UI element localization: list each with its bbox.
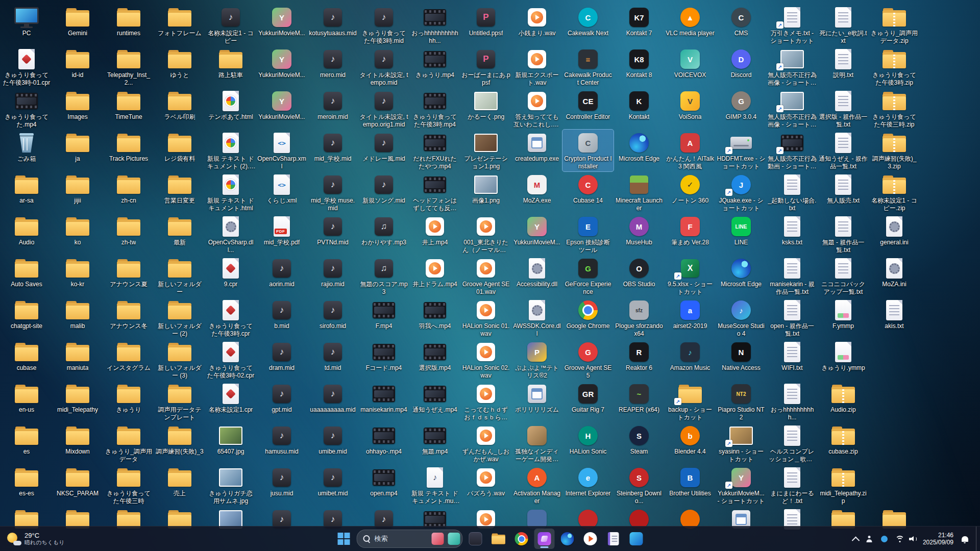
desktop-icon[interactable]: HALion Sonic 02.wav: [460, 339, 511, 381]
desktop-icon[interactable]: 答え知ってても互いわこれし.wav: [511, 88, 562, 130]
desktop-icon[interactable]: きゅうり食ってた午後3時-02.cpr: [205, 339, 256, 381]
desktop-icon[interactable]: YYukkuriMovieM...: [511, 213, 562, 255]
desktop-icon[interactable]: CEController Editor: [562, 88, 614, 130]
desktop-icon[interactable]: GGIMP 3.0.4: [716, 88, 767, 130]
desktop-icon[interactable]: cubase.zip: [818, 422, 869, 464]
desktop-icon[interactable]: chatgpt-site: [1, 297, 52, 339]
desktop-icon[interactable]: まにまにわーるど！.txt: [767, 464, 818, 506]
desktop-icon[interactable]: midi_Telepathy: [52, 381, 103, 422]
desktop-icon[interactable]: PUntitled.ppsf: [460, 4, 511, 46]
desktop-icon[interactable]: ↗backup - ショートカット: [665, 381, 716, 422]
desktop-icon[interactable]: 説明.txt: [818, 46, 869, 88]
desktop-icon[interactable]: 選択版 - 親作品一覧.txt: [818, 88, 869, 130]
desktop-icon[interactable]: WIFI.txt: [767, 339, 818, 381]
desktop-icon[interactable]: en-us: [1, 381, 52, 422]
desktop-icon[interactable]: Google Chrome: [562, 297, 614, 339]
taskbar-icon-file-explorer[interactable]: [488, 529, 509, 549]
desktop-icon[interactable]: Microsoft Edge: [716, 255, 767, 297]
desktop-icon[interactable]: 新しいフォルダー (2): [154, 297, 205, 339]
desktop-icon[interactable]: Fコード.mp4: [358, 339, 409, 381]
desktop-icon[interactable]: ♪Amazon Music: [665, 339, 716, 381]
taskbar-icon-notes[interactable]: [603, 529, 624, 549]
desktop-icon[interactable]: <>くらじ.xml: [256, 171, 307, 213]
start-button[interactable]: [334, 529, 354, 549]
desktop-icon[interactable]: ずんだもん_しおかぜ.wav: [460, 422, 511, 464]
show-desktop-button[interactable]: [976, 527, 979, 551]
desktop-icon[interactable]: aairset2-2019: [665, 297, 716, 339]
desktop-icon[interactable]: ↗syasinn - ショートカット: [716, 422, 767, 464]
desktop-icon[interactable]: AActivation Manager: [511, 464, 562, 506]
desktop-icon[interactable]: NKSC_PARAM: [52, 464, 103, 506]
desktop-icon[interactable]: ♪td.mid: [307, 339, 358, 381]
desktop-icon[interactable]: bBlender 4.4: [665, 422, 716, 464]
desktop-icon[interactable]: 通知うぜえ.mp4: [409, 381, 460, 422]
desktop-icon[interactable]: ✓ノートン 360: [665, 171, 716, 213]
desktop-icon[interactable]: J↗JQuake.exe - ショートカット: [716, 171, 767, 213]
desktop-icon[interactable]: GRGuitar Rig 7: [562, 381, 614, 422]
desktop-icon[interactable]: malib: [52, 297, 103, 339]
desktop-icon[interactable]: ♪タイトル未設定, tempo.orig1.mid: [358, 88, 409, 130]
desktop-icon[interactable]: ♪mero.mid: [307, 46, 358, 88]
desktop-icon[interactable]: zh-tw: [103, 213, 154, 255]
desktop-icon[interactable]: CCakewalk Next: [562, 4, 614, 46]
taskbar-icon-media-player[interactable]: [580, 529, 601, 549]
desktop-icon[interactable]: 通知うぜえ - 親作品一覧.txt: [818, 130, 869, 171]
desktop-icon[interactable]: Mixdown: [52, 422, 103, 464]
desktop-icon[interactable]: アナウンス冬: [103, 297, 154, 339]
desktop-icon[interactable]: ♪meroin.mid: [307, 88, 358, 130]
desktop-icon[interactable]: ja: [52, 130, 103, 171]
desktop-icon[interactable]: DDiscord: [716, 46, 767, 88]
desktop-icon[interactable]: ♪uaaaaaaaaa.mid: [307, 381, 358, 422]
desktop-icon[interactable]: 死にたい_e歌詞.txt: [818, 4, 869, 46]
desktop-icon[interactable]: AWSSDK.Core.dll: [511, 297, 562, 339]
desktop-icon[interactable]: Telepathy_Inst_2...: [103, 46, 154, 88]
desktop-icon[interactable]: 新規エクスポート.wav: [511, 46, 562, 88]
desktop-icon[interactable]: general.ini: [869, 213, 920, 255]
desktop-icon[interactable]: TimeTune: [103, 88, 154, 130]
desktop-icon[interactable]: Audio.zip: [818, 381, 869, 422]
desktop-icon[interactable]: ♪jusu.mid: [256, 464, 307, 506]
desktop-icon[interactable]: SSteam: [614, 422, 665, 464]
desktop-icon[interactable]: 井上.mp4: [409, 213, 460, 255]
desktop-icon[interactable]: 9.cpr: [205, 255, 256, 297]
desktop-icon[interactable]: きゅうり.ymmp: [818, 339, 869, 381]
desktop-icon[interactable]: K7Kontakt 7: [614, 4, 665, 46]
desktop-icon[interactable]: jijii: [52, 171, 103, 213]
tray-chevron-up-icon[interactable]: [852, 536, 860, 544]
desktop-icon[interactable]: Accessibility.dll: [511, 255, 562, 297]
desktop-icon[interactable]: ♪gpt.mid: [256, 381, 307, 422]
desktop-icon[interactable]: ♪新規 テキスト ドキュメント.musicxml: [409, 464, 460, 506]
taskbar-icon-chrome[interactable]: [511, 529, 532, 549]
desktop-icon[interactable]: 路上駐車: [205, 46, 256, 88]
desktop-icon[interactable]: ラベル印刷: [154, 88, 205, 130]
desktop-icon[interactable]: Aかんたん！AITalk 3 関西風: [665, 130, 716, 171]
desktop-icon[interactable]: ♪umibe.mid: [307, 422, 358, 464]
desktop-icon[interactable]: MMuseHub: [614, 213, 665, 255]
taskbar-icon-edge[interactable]: [557, 529, 578, 549]
desktop-icon[interactable]: id-id: [52, 46, 103, 88]
desktop-icon[interactable]: 最新: [154, 213, 205, 255]
weather-widget[interactable]: 29°C 晴れのちくもり: [2, 527, 70, 551]
desktop-icon[interactable]: きゅうり食ってた午後3時-01.cpr: [1, 46, 52, 88]
desktop-icon[interactable]: ♫無題のスコア.mp3: [358, 255, 409, 297]
desktop-icon[interactable]: ksks.txt: [767, 213, 818, 255]
desktop-icon[interactable]: ko: [52, 213, 103, 255]
desktop-icon[interactable]: 新規 テキスト ドキュメント.html: [205, 171, 256, 213]
desktop-icon[interactable]: K8Kontakt 8: [614, 46, 665, 88]
desktop-icon[interactable]: 無人販売.txt: [818, 171, 869, 213]
desktop-icon[interactable]: アナウンス夏: [103, 255, 154, 297]
desktop-icon[interactable]: NNative Access: [716, 339, 767, 381]
desktop-icon[interactable]: F筆まめ Ver.28: [665, 213, 716, 255]
desktop-icon[interactable]: ♪umibet.mid: [307, 464, 358, 506]
taskbar-icon-code-editor[interactable]: [626, 529, 647, 549]
desktop-icon[interactable]: BBrother Utilities: [665, 464, 716, 506]
desktop-icon[interactable]: プレゼンテーション1.png: [460, 130, 511, 171]
desktop-icon[interactable]: 選択版.mp4: [409, 339, 460, 381]
desktop-icon[interactable]: Images: [52, 88, 103, 130]
desktop-icon[interactable]: ♪aorin.mid: [256, 255, 307, 297]
desktop-icon[interactable]: きゅうり_調声用データ.zip: [869, 4, 920, 46]
tray-app-icon-1[interactable]: [865, 534, 874, 543]
desktop-icon[interactable]: ニコニコバックアップ一覧.txt: [818, 255, 869, 297]
desktop-icon[interactable]: 売上: [154, 464, 205, 506]
desktop-icon[interactable]: HHALion Sonic: [562, 422, 614, 464]
